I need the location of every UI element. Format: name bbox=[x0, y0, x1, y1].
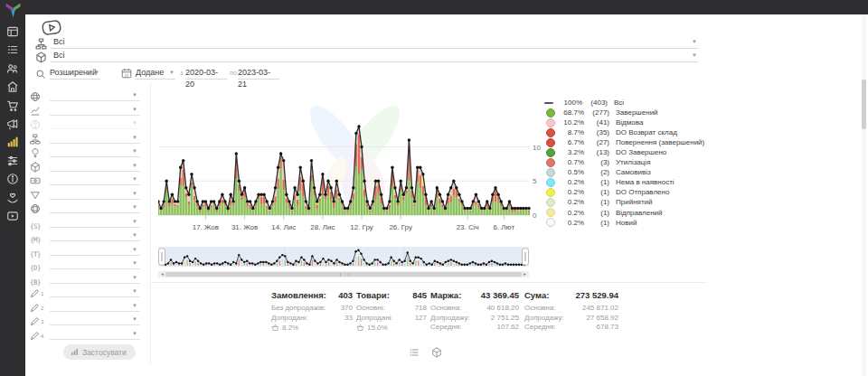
filter-select-pencil-1[interactable]: ▼ bbox=[50, 286, 140, 297]
status-bar bbox=[263, 197, 265, 203]
status-bar bbox=[291, 212, 293, 215]
sidebar-item-settings[interactable] bbox=[6, 155, 19, 167]
legend-item[interactable]: 10.2%(41)Відмова bbox=[544, 118, 712, 127]
data-point bbox=[508, 200, 511, 202]
status-bar bbox=[517, 211, 519, 215]
filter-select-funnel[interactable]: ▼ bbox=[50, 188, 140, 200]
sidebar-item-cart[interactable] bbox=[6, 99, 19, 112]
legend-count: (277) bbox=[584, 108, 609, 117]
filter-select-help[interactable]: ▼ bbox=[50, 118, 140, 129]
legend-item[interactable]: 0.2%(1)DO Отправлено bbox=[544, 187, 712, 197]
status-bar bbox=[222, 200, 223, 203]
brush-handle-right[interactable] bbox=[523, 249, 529, 265]
filter-select-pencil-4[interactable]: ▼ bbox=[50, 328, 140, 340]
legend-percent: 100% bbox=[553, 99, 582, 107]
status-bar bbox=[338, 200, 340, 215]
date-from-input[interactable]: 2020-03-20 bbox=[185, 67, 227, 80]
status-bar bbox=[344, 211, 345, 215]
status-bar bbox=[425, 205, 427, 215]
orders-chart[interactable]: 0510 bbox=[158, 89, 547, 226]
status-filter-select[interactable]: Всі ▼ bbox=[51, 36, 698, 49]
date-field-select[interactable]: Додане ▼ bbox=[136, 67, 175, 80]
data-point bbox=[302, 180, 305, 183]
scrollbar-thumb[interactable] bbox=[165, 272, 522, 277]
chart-horizontal-scrollbar[interactable]: ◄ ► bbox=[158, 271, 529, 277]
status-bar bbox=[355, 166, 357, 215]
status-bar bbox=[397, 202, 399, 205]
legend-item[interactable]: 0.2%(1)Новий bbox=[544, 218, 712, 228]
legend-item[interactable]: 6.7%(27)Повернення (завершений) bbox=[544, 137, 712, 147]
sidebar-item-orders[interactable] bbox=[6, 43, 19, 56]
legend-item[interactable]: 0.7%(3)Утилізація bbox=[544, 157, 712, 167]
box-icon bbox=[431, 347, 442, 358]
date-to-input[interactable]: 2023-03-21 bbox=[238, 67, 279, 80]
legend-item[interactable]: 100%(403)Всі bbox=[544, 98, 712, 108]
search-mode-select[interactable]: Розширений ▼ bbox=[50, 67, 100, 80]
list-view-toggle[interactable] bbox=[409, 347, 420, 358]
filter-select-money[interactable]: ▼ bbox=[50, 174, 140, 185]
legend-percent: 0.2% bbox=[555, 219, 584, 227]
summary-sub-value: 370 bbox=[341, 304, 353, 314]
chart-range-brush[interactable] bbox=[158, 245, 529, 269]
sidebar-item-store[interactable] bbox=[6, 80, 19, 93]
filter-select-trend[interactable]: ▼ bbox=[50, 104, 140, 116]
sidebar-item-marketing[interactable] bbox=[6, 118, 19, 130]
legend-item[interactable]: 68.7%(277)Завершений bbox=[544, 108, 712, 118]
brush-handle-left[interactable] bbox=[159, 249, 165, 265]
globe-grid-icon bbox=[30, 202, 41, 212]
status-bar bbox=[269, 212, 270, 215]
status-bar bbox=[260, 197, 262, 204]
trend-icon bbox=[30, 104, 41, 115]
legend-item[interactable]: 0.2%(1)Прийнятий bbox=[544, 197, 712, 207]
status-bar bbox=[344, 210, 345, 211]
legend-item[interactable]: 3.2%(13)DO Завершено bbox=[544, 147, 712, 157]
apply-button[interactable]: Застосувати bbox=[63, 344, 136, 360]
scroll-left-icon[interactable]: ◄ bbox=[160, 271, 165, 277]
product-filter-select[interactable]: Всі ▼ bbox=[51, 50, 698, 62]
filter-select-var-B[interactable]: ▼ bbox=[50, 272, 140, 284]
legend-item[interactable]: 0.5%(2)Самовивіз bbox=[544, 167, 712, 177]
window-scrollbar[interactable] bbox=[862, 14, 866, 376]
summary-title: Товари: bbox=[356, 290, 390, 300]
app-logo[interactable] bbox=[4, 1, 23, 18]
data-point bbox=[503, 207, 505, 210]
filter-select-var-D[interactable]: ▼ bbox=[50, 258, 140, 269]
sidebar-item-loyalty[interactable] bbox=[6, 192, 19, 204]
summary-sub-label: Основна: bbox=[430, 304, 461, 314]
filter-select-var-S[interactable]: ▼ bbox=[50, 216, 140, 228]
filter-select-globe-grid[interactable]: ▼ bbox=[50, 202, 140, 213]
status-bar bbox=[444, 211, 446, 215]
data-point bbox=[519, 207, 522, 210]
filter-select-globe[interactable]: ▼ bbox=[50, 89, 140, 101]
filter-select-var-T[interactable]: ▼ bbox=[50, 244, 140, 256]
filter-select-bulb[interactable]: ▼ bbox=[50, 146, 140, 157]
sidebar-item-customers[interactable] bbox=[6, 62, 19, 75]
status-bar bbox=[196, 207, 198, 215]
sidebar-item-dashboard[interactable] bbox=[6, 25, 19, 38]
legend-item[interactable]: 8.7%(35)DO Возврат склад bbox=[544, 127, 712, 137]
window-scrollbar-thumb[interactable] bbox=[862, 80, 866, 129]
data-point bbox=[488, 207, 491, 210]
status-bar bbox=[353, 199, 354, 215]
filter-select-box[interactable]: ▼ bbox=[50, 160, 140, 172]
status-bar bbox=[319, 199, 321, 202]
screencast-hint-button[interactable] bbox=[41, 19, 62, 37]
sidebar-item-tutorials[interactable] bbox=[6, 210, 19, 222]
sidebar-item-analytics[interactable] bbox=[6, 136, 19, 148]
filter-select-pencil-3[interactable]: ▼ bbox=[50, 314, 140, 325]
filter-select-pencil-2[interactable]: ▼ bbox=[50, 300, 140, 312]
sliders-icon bbox=[6, 155, 19, 167]
x-axis-label: 23. Січ bbox=[448, 223, 487, 231]
chevron-down-icon: ▼ bbox=[132, 275, 137, 280]
product-view-toggle[interactable] bbox=[431, 347, 442, 358]
status-bar bbox=[305, 209, 307, 215]
filter-select-var-M[interactable]: ▼ bbox=[50, 230, 140, 241]
sidebar-item-info[interactable] bbox=[6, 173, 19, 185]
filter-select-sitemap[interactable]: ▼ bbox=[50, 132, 140, 144]
app-root: Всі ▼ Всі ▼ Розширений ▼ 17 Додане ▼ з 2… bbox=[0, 0, 868, 376]
legend-label: Прийнятий bbox=[609, 198, 653, 206]
legend-item[interactable]: 0.2%(1)Відправлений bbox=[544, 208, 712, 218]
status-bar bbox=[430, 207, 432, 215]
scroll-right-icon[interactable]: ► bbox=[523, 271, 527, 277]
legend-item[interactable]: 0.2%(1)Нема в наявності bbox=[544, 177, 712, 187]
